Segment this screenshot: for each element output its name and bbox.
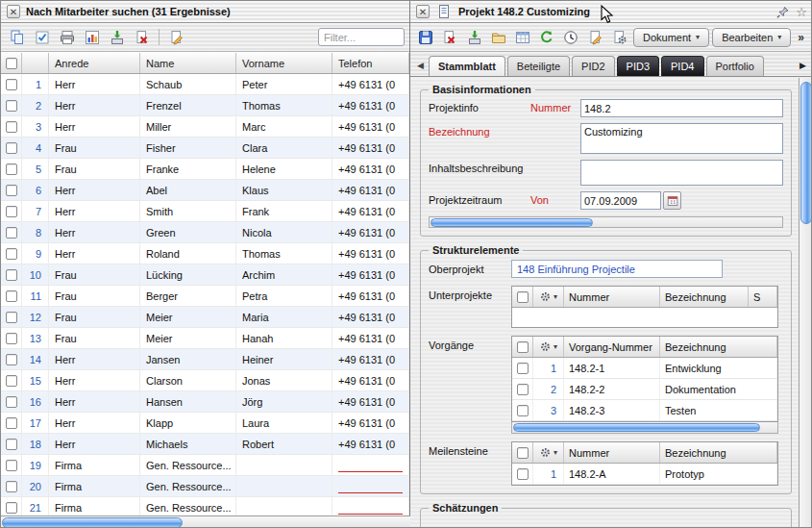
gear-menu-button[interactable]: ▾ [533,337,564,357]
checkbox[interactable] [6,248,17,260]
pin-icon[interactable] [774,3,791,20]
checkbox[interactable] [6,417,17,429]
table-icon[interactable] [512,26,533,48]
column-header-anrede[interactable]: Anrede [49,53,140,73]
table-row[interactable]: 9HerrRolandThomas+49 6131 (0 [1,243,409,264]
horizontal-scrollbar[interactable] [511,422,778,434]
export-icon[interactable] [106,26,128,48]
table-row[interactable]: 16HerrHansenJörg+49 6131 (0 [1,391,409,413]
oberprojekt-link[interactable]: 148 Einführung Projectile [511,260,723,278]
gear-menu-button[interactable]: ▾ [533,442,564,463]
select-all-checkbox[interactable] [517,291,529,303]
checkbox[interactable] [6,396,17,408]
table-row[interactable]: 1HerrSchaubPeter+49 6131 (0 [1,74,409,95]
vertical-scrollbar[interactable] [799,78,812,528]
column-header[interactable]: Nummer [564,442,660,463]
table-row[interactable]: 1148.2-1Entwicklung [512,358,777,379]
checkbox[interactable] [6,269,17,281]
checkbox[interactable] [6,121,17,133]
checkbox[interactable] [6,100,17,112]
column-header-vorname[interactable]: Vorname [236,53,332,73]
toolbar-overflow-button[interactable]: » [794,31,808,44]
checkbox[interactable] [517,384,529,395]
select-all-checkbox[interactable] [517,447,529,459]
checkbox[interactable] [6,79,17,90]
print-icon[interactable] [56,26,78,48]
table-row[interactable]: 15HerrClarsonJonas+49 6131 (0 [1,370,409,391]
edit-icon[interactable] [165,26,187,48]
table-row[interactable]: 7HerrSmithFrank+49 6131 (0 [1,201,409,222]
table-row[interactable]: 13FrauMeierHanah+49 6131 (0 [1,328,409,349]
filter-input[interactable] [318,28,405,46]
checkbox[interactable] [517,363,529,374]
copy-icon[interactable] [6,26,28,48]
delete-icon[interactable] [131,26,153,48]
select-all-icon[interactable] [31,26,53,48]
edit-icon[interactable] [585,26,606,48]
scrollbar-thumb[interactable] [800,82,812,224]
checkbox[interactable] [6,185,17,196]
import-icon[interactable] [463,26,484,48]
configure-icon[interactable] [609,26,630,48]
table-row[interactable]: 3148.2-3Testen [512,400,777,421]
scrollbar-thumb[interactable] [431,218,593,227]
checkbox[interactable] [6,375,17,387]
tab-stammblatt[interactable]: Stammblatt [429,56,505,76]
table-row[interactable]: 1148.2-APrototyp [512,464,777,485]
inhaltsbeschreibung-field[interactable] [580,160,783,186]
checkbox[interactable] [6,439,17,450]
column-header[interactable]: Vorgang-Nummer [564,337,660,357]
checkbox[interactable] [6,142,17,154]
table-row[interactable]: 2HerrFrenzelThomas+49 6131 (0 [1,95,409,116]
table-row[interactable]: 19FirmaGen. Ressource... [1,455,409,476]
close-icon[interactable]: ✕ [416,5,430,18]
refresh-icon[interactable] [536,26,557,48]
save-icon[interactable] [415,26,436,48]
horizontal-scrollbar[interactable] [1,515,410,528]
column-header[interactable]: S [749,287,777,307]
favorite-star-icon[interactable]: ☆ [796,6,807,18]
horizontal-scrollbar[interactable] [429,216,783,228]
select-all-checkbox[interactable] [6,58,17,69]
column-header[interactable]: Bezeichnung [660,337,777,357]
history-clock-icon[interactable] [560,26,581,48]
table-row[interactable]: 10FrauLückingArchim+49 6131 (0 [1,264,409,286]
table-row[interactable]: 12FrauMeierMaria+49 6131 (0 [1,307,409,328]
tab-pid2[interactable]: PID2 [572,56,614,76]
checkbox[interactable] [6,312,17,323]
gear-menu-button[interactable]: ▾ [533,287,564,307]
open-folder-icon[interactable] [488,26,509,48]
bezeichnung-field[interactable]: Customizing [580,123,783,154]
table-row[interactable]: 2148.2-2Dokumentation [512,379,777,400]
table-row[interactable]: 20FirmaGen. Ressource... [1,476,409,497]
tab-scroll-right-icon[interactable]: ▶ [797,61,809,70]
table-row[interactable]: 14HerrJansenHeiner+49 6131 (0 [1,349,409,370]
table-row[interactable]: 6HerrAbelKlaus+49 6131 (0 [1,180,409,201]
table-row[interactable]: 17HerrKlappLaura+49 6131 (0 [1,413,409,434]
column-header-telefon[interactable]: Telefon [332,53,409,73]
nummer-field[interactable] [580,99,783,117]
close-icon[interactable]: ✕ [7,5,20,18]
checkbox[interactable] [6,163,17,175]
column-header-name[interactable]: Name [140,53,236,73]
table-row[interactable]: 5FrauFrankeHelene+49 6131 (0 [1,159,409,180]
tab-pid3[interactable]: PID3 [617,56,659,76]
table-row[interactable]: 21FirmaGen. Ressource... [1,497,409,515]
table-row[interactable]: 8HerrGreenNicola+49 6131 (0 [1,222,409,243]
menu-dokument[interactable]: Dokument ▾ [633,28,709,47]
checkbox[interactable] [6,206,17,217]
scrollbar-thumb[interactable] [513,423,760,432]
calendar-icon[interactable] [663,191,681,210]
delete-icon[interactable] [439,26,460,48]
column-header[interactable]: Bezeichnung [660,442,777,463]
scrollbar-thumb[interactable] [2,517,183,528]
von-date-field[interactable] [580,191,661,210]
tab-scroll-left-icon[interactable]: ◀ [414,61,427,70]
table-row[interactable]: 4FrauFisherClara+49 6131 (0 [1,138,409,159]
checkbox[interactable] [6,354,17,365]
checkbox[interactable] [6,333,17,344]
table-row[interactable]: 18HerrMichaelsRobert+49 6131 (0 [1,434,409,455]
checkbox[interactable] [6,460,17,471]
chart-icon[interactable] [81,26,103,48]
column-header[interactable]: Nummer [564,287,660,307]
